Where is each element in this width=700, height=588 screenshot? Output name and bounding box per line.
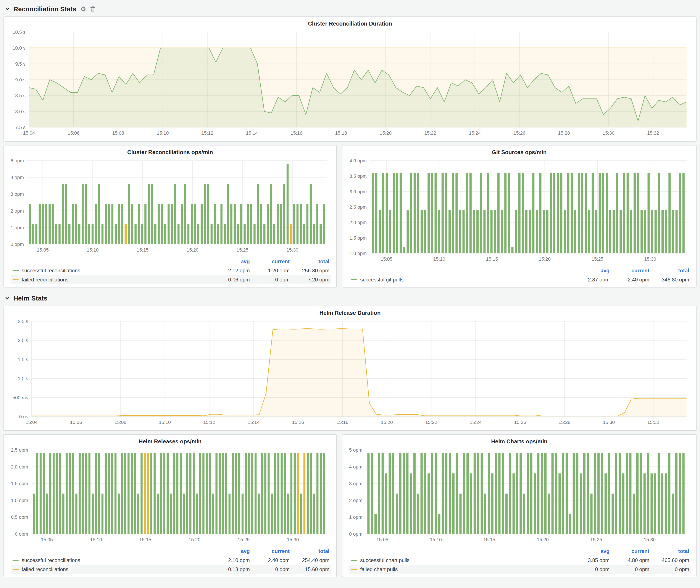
svg-text:15:25: 15:25 (592, 256, 603, 262)
legend-sort-current[interactable]: current (250, 258, 290, 264)
legend-stat-value: 0 opm (570, 566, 610, 572)
legend-sort-current[interactable]: current (610, 267, 649, 273)
legend-row: failed chart pulls0 opm0 opm0 opm (349, 565, 691, 574)
svg-text:2.0 opm: 2.0 opm (11, 464, 28, 470)
panel-cluster-reconciliation-duration: Cluster Reconciliation Duration 7.5 s8.0… (3, 16, 697, 142)
svg-text:15:06: 15:06 (70, 420, 82, 425)
legend-sort-current[interactable]: current (610, 548, 649, 554)
svg-text:1.0 opm: 1.0 opm (11, 498, 28, 503)
svg-text:15:20: 15:20 (381, 420, 393, 425)
legend-series-label[interactable]: failed reconciliations (13, 566, 210, 572)
legend-sort-avg[interactable]: avg (210, 548, 250, 554)
series-color-icon (351, 569, 357, 570)
svg-text:15:04: 15:04 (23, 130, 35, 136)
gear-icon[interactable]: ⚙ (80, 5, 86, 12)
svg-text:15:20: 15:20 (539, 256, 551, 262)
row-title-reconciliation-stats[interactable]: Reconciliation Stats (13, 5, 76, 12)
trash-icon[interactable] (90, 6, 95, 11)
svg-text:15:28: 15:28 (558, 130, 570, 136)
svg-text:0 ns: 0 ns (19, 414, 28, 419)
row-title-helm-stats[interactable]: Helm Stats (13, 294, 47, 302)
svg-text:2.5 s: 2.5 s (18, 319, 28, 324)
legend-stat-value: 256.80 opm (290, 267, 329, 273)
panel-title[interactable]: Helm Charts ops/min (347, 436, 692, 446)
svg-text:2 opm: 2 opm (11, 208, 24, 214)
svg-text:5 opm: 5 opm (11, 158, 24, 163)
series-color-icon (351, 560, 357, 561)
svg-text:15:04: 15:04 (26, 420, 37, 425)
svg-text:15:20: 15:20 (537, 537, 549, 542)
legend-sort-total[interactable]: total (290, 258, 329, 264)
svg-text:15:32: 15:32 (647, 130, 659, 136)
svg-text:9.5 s: 9.5 s (15, 61, 26, 67)
svg-text:15:14: 15:14 (248, 420, 260, 425)
series-color-icon (351, 279, 357, 280)
svg-text:9.0 s: 9.0 s (15, 77, 26, 82)
legend-stat-value: 2.87 opm (570, 276, 610, 283)
legend-row: successful reconciliations2.12 opm1.20 o… (11, 266, 331, 275)
svg-text:15:30: 15:30 (286, 247, 298, 253)
svg-text:1.5 opm: 1.5 opm (11, 481, 28, 486)
helm-releases-ops-chart[interactable]: 0 opm0.5 opm1.0 opm1.5 opm2.0 opm2.5 opm… (8, 446, 332, 545)
cluster-reconciliations-ops-chart[interactable]: 0 opm1 opm2 opm3 opm4 opm5 opm15:0515:10… (8, 156, 332, 255)
helm-charts-ops-chart[interactable]: 0 opm1 opm2 opm3 opm4 opm5 opm15:0515:10… (347, 446, 692, 545)
legend-sort-total[interactable]: total (649, 267, 689, 273)
svg-text:15:30: 15:30 (644, 256, 656, 262)
legend-sort-avg[interactable]: avg (570, 267, 610, 273)
helm-release-duration-chart[interactable]: 0 ns500 ms1.0 s1.5 s2.0 s2.5 s15:0415:06… (8, 317, 692, 428)
legend-sort-avg[interactable]: avg (570, 548, 610, 554)
legend-header: avgcurrenttotal (349, 546, 691, 556)
legend-sort-total[interactable]: total (290, 548, 329, 554)
series-color-icon (13, 279, 19, 280)
svg-text:15:24: 15:24 (470, 420, 482, 425)
row-header-reconciliation-stats[interactable]: Reconciliation Stats ⚙ (3, 3, 697, 15)
svg-text:15:20: 15:20 (187, 247, 198, 253)
legend-series-label[interactable]: successful reconciliations (13, 267, 210, 273)
series-color-icon (13, 270, 19, 271)
svg-text:15:15: 15:15 (483, 537, 495, 542)
svg-text:15:12: 15:12 (201, 130, 213, 136)
legend-series-label[interactable]: failed chart pulls (351, 566, 570, 572)
svg-text:1.0 s: 1.0 s (18, 376, 28, 381)
legend-series-label[interactable]: successful git pulls (351, 276, 570, 283)
svg-text:15:32: 15:32 (647, 420, 659, 425)
git-sources-ops-chart[interactable]: 1.0 opm1.5 opm2.0 opm2.5 opm3.0 opm3.5 o… (347, 156, 692, 265)
panel-helm-release-duration: Helm Release Duration 0 ns500 ms1.0 s1.5… (3, 306, 697, 431)
svg-text:1 opm: 1 opm (349, 514, 362, 520)
legend-series-label[interactable]: successful chart pulls (351, 557, 570, 563)
legend-row: successful git pulls2.87 opm2.40 opm346.… (349, 275, 691, 284)
row-header-helm-stats[interactable]: Helm Stats (3, 292, 697, 304)
legend-stat-value: 2.10 opm (210, 557, 250, 563)
legend-row: failed reconciliations0.06 opm0 opm7.20 … (11, 275, 331, 284)
panel-title[interactable]: Helm Release Duration (8, 308, 692, 317)
legend-sort-avg[interactable]: avg (210, 258, 250, 264)
cluster-reconciliation-duration-chart[interactable]: 7.5 s8.0 s8.5 s9.0 s9.5 s10.0 s10.5 s15:… (8, 28, 692, 139)
svg-text:15:12: 15:12 (203, 420, 215, 425)
panel-title[interactable]: Git Sources ops/min (347, 147, 692, 156)
panel-title[interactable]: Cluster Reconciliation Duration (8, 19, 692, 28)
svg-text:0 opm: 0 opm (349, 531, 362, 537)
legend-series-label[interactable]: failed reconciliations (13, 276, 210, 283)
svg-text:15:25: 15:25 (237, 247, 248, 253)
legend-stat-value: 4.80 opm (610, 557, 649, 563)
legend-stat-value: 0 opm (250, 566, 290, 572)
svg-text:4.0 opm: 4.0 opm (350, 158, 367, 163)
svg-text:1 opm: 1 opm (11, 225, 24, 230)
svg-text:0 opm: 0 opm (15, 531, 28, 537)
legend-stat-value: 3.85 opm (570, 557, 610, 563)
chevron-down-icon (5, 7, 10, 10)
legend-sort-total[interactable]: total (649, 548, 689, 554)
svg-text:0.5 opm: 0.5 opm (11, 514, 28, 520)
svg-text:15:30: 15:30 (287, 537, 299, 542)
svg-text:2 opm: 2 opm (349, 498, 362, 503)
legend-header: avgcurrenttotal (11, 257, 331, 266)
svg-text:15:18: 15:18 (335, 130, 347, 136)
panel-title[interactable]: Helm Releases ops/min (8, 436, 332, 446)
svg-text:15:16: 15:16 (290, 130, 302, 136)
svg-text:15:05: 15:05 (376, 537, 388, 542)
series-color-icon (13, 569, 19, 570)
panel-title[interactable]: Cluster Reconciliations ops/min (8, 147, 332, 156)
legend: avgcurrenttotalsuccessful reconciliation… (8, 545, 332, 574)
legend-series-label[interactable]: successful reconciliations (13, 557, 210, 563)
legend-sort-current[interactable]: current (250, 548, 290, 554)
